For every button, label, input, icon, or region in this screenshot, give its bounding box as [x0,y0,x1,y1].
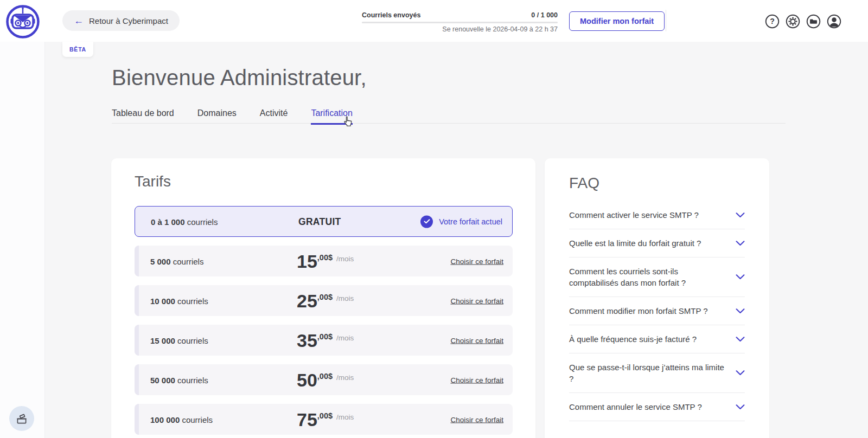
chevron-down-icon [736,404,745,410]
top-header: ← Retour à Cyberimpact Courriels envoyés… [0,0,868,42]
plan-row: 100 000 courriels 75 ,00$ /mois Choisir … [135,404,513,435]
plan-volume-number: 100 000 [150,415,180,424]
faq-card: FAQ Comment activer le service SMTP ? Qu… [545,158,769,438]
usage-label: Courriels envoyés [362,11,420,19]
price-amount: 15 [297,252,317,269]
back-button-label: Retour à Cyberimpact [89,16,168,25]
plan-volume-number: 0 à 1 000 [151,217,185,226]
back-to-cyberimpact-button[interactable]: ← Retour à Cyberimpact [62,10,180,31]
price-cents: ,00$ [317,292,333,301]
price-amount: 25 [297,292,317,309]
faq-item[interactable]: À quelle fréquence suis-je facturé ? [569,325,745,353]
tab-domaines[interactable]: Domaines [197,108,237,125]
chevron-down-icon [736,274,745,280]
help-icon: ? [765,14,780,29]
plan-volume: 100 000 courriels [150,415,213,424]
left-sidebar [0,42,45,438]
help-button[interactable]: ? [765,14,780,29]
beta-badge: BÊTA [62,42,93,57]
faq-item[interactable]: Que se passe-t-il lorsque j’atteins ma l… [569,353,745,393]
choose-plan-link[interactable]: Choisir ce forfait [450,336,503,344]
price-period: /mois [336,333,354,342]
plan-volume: 10 000 courriels [150,296,208,305]
price-amount: 75 [297,410,317,428]
chevron-down-icon [736,370,745,376]
faq-heading: FAQ [569,175,745,192]
faq-question: Quelle est la limite du forfait gratuit … [569,237,726,249]
plan-price: 50 ,00$ /mois [297,371,354,388]
price-period: /mois [336,254,354,262]
modify-plan-button[interactable]: Modifier mon forfait [569,11,665,31]
plan-volume-unit: courriels [173,256,204,266]
plan-volume-unit: courriels [182,415,213,424]
choose-plan-link[interactable]: Choisir ce forfait [450,415,503,423]
faq-item[interactable]: Comment annuler le service SMTP ? [569,393,745,421]
chevron-down-icon [736,241,745,246]
faq-question: Comment les courriels sont-ils comptabil… [569,266,726,288]
price-cents: ,00$ [317,253,333,261]
price-period: /mois [336,413,354,421]
brand-logo[interactable] [5,4,40,39]
rewards-button[interactable] [9,406,34,431]
back-arrow-icon: ← [74,16,84,25]
settings-button[interactable] [786,14,800,29]
tab-activite[interactable]: Activité [260,108,288,125]
gift-box-icon [15,411,29,426]
price-amount: 50 [297,371,317,388]
choose-plan-link[interactable]: Choisir ce forfait [450,376,503,384]
usage-count: 0 / 1 000 [531,11,558,19]
pricing-card: Tarifs 0 à 1 000 courriels GRATUIT Votre… [111,158,535,438]
plan-volume: 15 000 courriels [150,336,208,345]
plan-volume: 5 000 courriels [150,256,203,266]
settings-icon [786,14,800,29]
plan-volume-number: 50 000 [150,375,175,384]
price-period: /mois [336,294,354,302]
plan-volume-unit: courriels [177,375,208,384]
plan-price: 15 ,00$ /mois [297,252,354,269]
choose-plan-link[interactable]: Choisir ce forfait [450,257,503,265]
plan-row: 10 000 courriels 25 ,00$ /mois Choisir c… [135,285,513,316]
current-plan-badge: Votre forfait actuel [420,215,502,228]
account-button[interactable] [827,14,841,29]
faq-item[interactable]: Quelle est la limite du forfait gratuit … [569,229,745,257]
svg-text:?: ? [770,17,775,25]
faq-question: Comment annuler le service SMTP ? [569,401,726,413]
email-usage-widget: Courriels envoyés 0 / 1 000 Se renouvell… [362,11,558,33]
plan-volume-unit: courriels [177,336,208,345]
plan-volume-number: 15 000 [150,336,175,345]
faq-item[interactable]: Comment les courriels sont-ils comptabil… [569,257,745,297]
plan-volume-unit: courriels [177,296,208,305]
check-icon [420,215,433,228]
faq-item[interactable]: Comment activer le service SMTP ? [569,201,745,229]
account-icon [827,14,841,29]
price-amount: 35 [297,331,317,349]
price-cents: ,00$ [317,371,333,380]
plan-volume: 0 à 1 000 courriels [151,217,218,226]
page-title: Bienvenue Administrateur, [112,66,367,90]
faq-question: Que se passe-t-il lorsque j’atteins ma l… [569,362,726,384]
price-period: /mois [336,373,354,381]
faq-question: Comment activer le service SMTP ? [569,209,726,221]
files-button[interactable] [806,14,821,29]
current-plan-row: 0 à 1 000 courriels GRATUIT Votre forfai… [135,206,513,237]
robot-logo-icon [5,4,40,39]
app-root: ← Retour à Cyberimpact Courriels envoyés… [0,0,868,438]
chevron-down-icon [736,212,745,218]
price-cents: ,00$ [317,332,333,340]
pricing-heading: Tarifs [135,173,171,190]
plan-price: 75 ,00$ /mois [297,410,354,428]
plan-price: 25 ,00$ /mois [297,292,354,309]
plan-volume: 50 000 courriels [150,375,208,384]
usage-renewal-date: Se renouvelle le 2026-04-09 à 22 h 37 [362,25,558,33]
faq-item[interactable]: Comment modifier mon forfait SMTP ? [569,297,745,325]
chevron-down-icon [736,337,745,342]
tab-tableau-de-bord[interactable]: Tableau de bord [112,108,174,125]
tab-tarification[interactable]: Tarification [311,108,352,125]
plan-volume-unit: courriels [187,217,218,226]
plan-volume-number: 5 000 [150,256,171,266]
choose-plan-link[interactable]: Choisir ce forfait [450,297,503,305]
plan-price: 35 ,00$ /mois [297,331,354,349]
faq-question: À quelle fréquence suis-je facturé ? [569,333,726,345]
current-plan-badge-label: Votre forfait actuel [439,217,502,226]
plan-row: 5 000 courriels 15 ,00$ /mois Choisir ce… [135,246,513,276]
